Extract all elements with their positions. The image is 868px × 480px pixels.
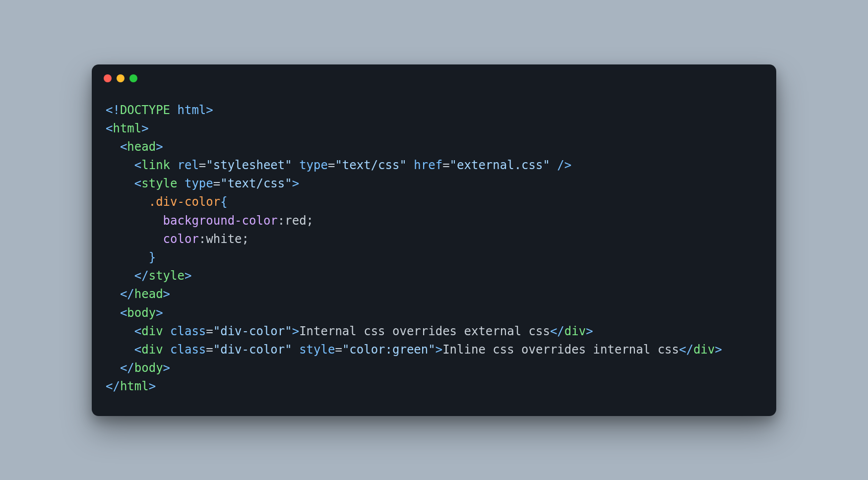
code-token: "text/css" xyxy=(335,158,407,172)
code-token: rel xyxy=(178,158,199,172)
code-token: /> xyxy=(557,158,571,172)
code-token: > xyxy=(163,287,170,301)
code-token: "div-color" xyxy=(213,324,292,338)
code-line: <div class="div-color" style="color:gree… xyxy=(106,341,762,359)
code-token: "stylesheet" xyxy=(206,158,292,172)
code-token: > xyxy=(715,343,722,357)
code-token: style xyxy=(149,269,185,283)
code-token: < xyxy=(134,324,141,338)
code-token: > xyxy=(435,343,442,357)
code-token: <! xyxy=(106,103,120,117)
code-token: < xyxy=(120,306,127,320)
code-line: background-color:red; xyxy=(106,212,762,230)
code-token: = xyxy=(213,177,220,190)
code-token: href xyxy=(414,158,442,172)
code-token: > xyxy=(156,140,163,154)
code-token: : xyxy=(278,214,285,228)
code-token: { xyxy=(220,195,227,209)
code-token: div xyxy=(693,343,715,357)
code-token: </ xyxy=(134,269,149,283)
code-token: > xyxy=(141,121,148,135)
code-token xyxy=(407,158,414,172)
code-token xyxy=(292,343,299,357)
code-token: "text/css" xyxy=(220,177,292,190)
code-token xyxy=(106,343,134,357)
code-token: link xyxy=(141,158,170,172)
code-line: </body> xyxy=(106,359,762,377)
code-line: } xyxy=(106,248,762,267)
code-token: > xyxy=(185,269,191,283)
code-token: } xyxy=(149,250,156,264)
code-token: > xyxy=(149,379,156,393)
minimize-icon[interactable] xyxy=(117,74,124,82)
code-token xyxy=(106,177,134,190)
code-line: <!DOCTYPE html> xyxy=(106,101,762,120)
code-token: html xyxy=(178,103,206,117)
code-token xyxy=(163,324,170,338)
code-token xyxy=(106,140,120,154)
code-token: div xyxy=(141,324,163,338)
code-token: body xyxy=(134,361,163,375)
code-token: = xyxy=(199,158,206,172)
code-token xyxy=(106,232,163,246)
code-token: class xyxy=(170,343,206,357)
code-token xyxy=(106,306,120,320)
code-token: DOCTYPE xyxy=(120,103,170,117)
code-token: </ xyxy=(120,361,134,375)
code-token: > xyxy=(206,103,213,117)
code-token: ; xyxy=(307,214,313,228)
code-token xyxy=(106,195,149,209)
code-token: < xyxy=(134,158,141,172)
code-token: > xyxy=(163,361,170,375)
code-token: white xyxy=(206,232,242,246)
code-token: "div-color" xyxy=(213,343,292,357)
code-token xyxy=(550,158,557,172)
code-line: .div-color{ xyxy=(106,193,762,211)
code-token: < xyxy=(106,121,113,135)
code-token: < xyxy=(134,343,141,357)
code-token: class xyxy=(170,324,206,338)
code-token: > xyxy=(292,324,299,338)
code-content: <!DOCTYPE html><html> <head> <link rel="… xyxy=(92,92,776,416)
code-token xyxy=(178,177,185,190)
code-token: red xyxy=(285,214,306,228)
code-token xyxy=(292,158,299,172)
code-token xyxy=(106,214,163,228)
maximize-icon[interactable] xyxy=(129,74,137,82)
code-token: = xyxy=(335,343,342,357)
window-titlebar xyxy=(92,64,776,92)
code-token: type xyxy=(299,158,328,172)
code-token: "external.css" xyxy=(450,158,550,172)
code-line: color:white; xyxy=(106,230,762,248)
code-token: </ xyxy=(120,287,134,301)
code-token: head xyxy=(134,287,163,301)
code-token: .div-color xyxy=(149,195,221,209)
code-token xyxy=(106,250,149,264)
code-line: </head> xyxy=(106,285,762,303)
code-token: "color:green" xyxy=(342,343,435,357)
code-token: Inline css overrides internal css xyxy=(442,343,679,357)
code-token: > xyxy=(156,306,163,320)
code-token: style xyxy=(141,177,177,190)
code-line: </html> xyxy=(106,377,762,396)
code-line: <body> xyxy=(106,304,762,322)
code-token xyxy=(170,158,177,172)
code-token: = xyxy=(206,324,213,338)
code-token: : xyxy=(199,232,206,246)
code-token: </ xyxy=(106,379,120,393)
code-token: </ xyxy=(550,324,564,338)
code-token: > xyxy=(586,324,593,338)
code-token: < xyxy=(134,177,141,190)
code-line: <style type="text/css"> xyxy=(106,175,762,193)
code-line: <head> xyxy=(106,138,762,156)
code-token xyxy=(106,361,120,375)
code-line: <div class="div-color">Internal css over… xyxy=(106,322,762,341)
code-token: body xyxy=(127,306,156,320)
code-token: = xyxy=(442,158,449,172)
code-token: html xyxy=(113,121,141,135)
close-icon[interactable] xyxy=(104,74,112,82)
code-token xyxy=(106,269,134,283)
code-line: </style> xyxy=(106,267,762,285)
code-token: html xyxy=(120,379,149,393)
code-token: color xyxy=(163,232,199,246)
